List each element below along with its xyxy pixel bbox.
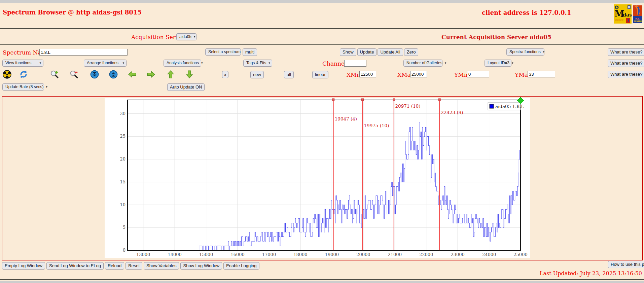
arrow-up-icon[interactable]: [166, 70, 175, 79]
what-are-these-button-2[interactable]: What are these?: [608, 60, 644, 67]
y-tick-label: 10: [120, 202, 126, 207]
svg-text:idas: idas: [621, 12, 632, 17]
enable-logging-button[interactable]: Enable Logging: [223, 262, 259, 270]
how-to-use-button[interactable]: How to use this page: [608, 261, 644, 268]
chevron-down-icon: ▾: [201, 61, 203, 65]
x-button[interactable]: x: [222, 71, 228, 78]
chevron-down-icon: ▾: [512, 61, 513, 65]
x-tick-label: 21000: [388, 252, 402, 257]
view-functions-dropdown[interactable]: View functions ▾: [2, 60, 43, 67]
channel-marker-label: 20971 (10): [395, 103, 421, 109]
what-are-these-button-3[interactable]: What are these?: [608, 71, 644, 78]
histogram-series: [128, 123, 521, 250]
ymax-input[interactable]: [528, 71, 555, 77]
tcl-powered-logo[interactable]: TCL POWERED: [633, 5, 642, 23]
x-tick-label: 13000: [136, 252, 150, 257]
arrow-down-icon[interactable]: [185, 70, 194, 79]
chevron-down-icon: ▾: [39, 61, 41, 65]
tags-fits-dropdown[interactable]: Tags & Fits ▾: [243, 60, 272, 67]
auto-update-button[interactable]: Auto Update ON: [167, 83, 205, 91]
zoom-in-icon[interactable]: [50, 70, 59, 79]
top-frame-strip: [0, 0, 644, 3]
update-all-button[interactable]: Update All: [378, 48, 403, 56]
reload-button[interactable]: Reload: [105, 262, 124, 270]
tcl-logo-icon: TCL POWERED: [633, 5, 642, 23]
linear-button[interactable]: linear: [312, 71, 328, 78]
layout-id-dropdown[interactable]: Layout ID=3 ▾: [485, 60, 511, 67]
reset-button[interactable]: Reset: [126, 262, 142, 270]
chevron-down-icon: ▾: [46, 85, 47, 89]
x-tick-label: 19000: [325, 252, 339, 257]
y-tick-label: 0: [123, 248, 126, 253]
x-tick-label: 22000: [419, 252, 433, 257]
log-controls: Empty Log Window Send Log Window to ELog…: [2, 262, 259, 270]
update-rate-dropdown[interactable]: Update Rate (8 secs) ▾: [2, 83, 44, 91]
arrow-left-icon[interactable]: [128, 70, 137, 79]
xmax-input[interactable]: [410, 71, 427, 77]
spectrum-actions: Show Update Update All Zero: [340, 48, 418, 56]
y-tick-label: 5: [123, 225, 126, 230]
channel-marker-handle: [361, 99, 363, 101]
show-button[interactable]: Show: [340, 48, 356, 56]
expand-vertical-icon[interactable]: [109, 70, 118, 79]
analysis-functions-value: Analysis functions: [167, 61, 199, 65]
current-server-text: Current Acquisition Server aida05: [441, 34, 551, 40]
x-tick-label: 17000: [262, 252, 276, 257]
midas-logo[interactable]: M idas powered by: [614, 4, 632, 24]
layout-id-value: Layout ID=3: [488, 61, 509, 65]
radiation-icon[interactable]: [3, 70, 11, 79]
select-spectrum-value: Select a spectrum: [208, 49, 241, 54]
divider: [0, 279, 644, 280]
collapse-vertical-icon[interactable]: [90, 70, 99, 79]
zoom-out-icon[interactable]: [70, 70, 78, 79]
channel-marker-label: 19975 (10): [364, 123, 389, 128]
channel-marker-handle: [332, 99, 334, 101]
x-tick-label: 18000: [293, 252, 307, 257]
x-tick-label: 20000: [356, 252, 370, 257]
chevron-down-icon: ▾: [194, 35, 195, 38]
ymin-input[interactable]: [467, 71, 489, 77]
x-tick-label: 16000: [230, 252, 244, 257]
show-log-window-button[interactable]: Show Log Window: [180, 262, 222, 270]
x-tick-label: 14000: [168, 252, 181, 257]
spectrum-name-input[interactable]: [39, 49, 128, 56]
channel-marker-handle: [393, 99, 395, 101]
chevron-down-icon: ▾: [445, 61, 446, 65]
spectra-functions-dropdown[interactable]: Spectra functions ▾: [506, 48, 544, 56]
analysis-functions-dropdown[interactable]: Analysis functions ▾: [164, 60, 201, 67]
x-tick-label: 23000: [451, 252, 464, 257]
spectrum-display-panel: 1300014000150001600017000180001900020000…: [2, 96, 643, 260]
divider: [0, 44, 644, 45]
y-tick-label: 25: [120, 134, 126, 139]
galleries-dropdown[interactable]: Number of Galleries ▾: [403, 60, 442, 67]
page-title: Spectrum Browser @ http aidas-gsi 8015: [3, 9, 142, 16]
xmin-input[interactable]: [359, 71, 376, 77]
svg-text:TCL: TCL: [634, 17, 640, 20]
update-rate-value: Update Rate (8 secs): [5, 84, 43, 89]
divider: [0, 28, 644, 29]
arrange-functions-dropdown[interactable]: Arrange functions ▾: [84, 60, 127, 67]
galleries-value: Number of Galleries: [406, 61, 442, 65]
view-functions-value: View functions: [5, 61, 31, 65]
x-tick-label: 24000: [482, 252, 496, 257]
arrow-right-icon[interactable]: [147, 70, 155, 79]
channel-input[interactable]: [344, 60, 366, 67]
all-button[interactable]: all: [284, 71, 294, 78]
what-are-these-button-1[interactable]: What are these?: [608, 48, 644, 56]
update-button[interactable]: Update: [357, 48, 377, 56]
spectrum-chart-area: 1300014000150001600017000180001900020000…: [105, 98, 530, 258]
show-variables-button[interactable]: Show Variables: [144, 262, 179, 270]
zero-button[interactable]: Zero: [404, 48, 419, 56]
last-updated-text: Last Updated: July 23, 2025 13:16:50: [540, 270, 642, 277]
multi-button[interactable]: multi: [243, 48, 257, 56]
channel-marker-label: 19047 (4): [335, 116, 357, 121]
select-spectrum-dropdown[interactable]: Select a spectrum ▾: [205, 48, 241, 56]
spectrum-chart[interactable]: 1300014000150001600017000180001900020000…: [105, 98, 530, 258]
acquisition-server-select[interactable]: aida05 ▾: [176, 33, 196, 40]
empty-log-window-button[interactable]: Empty Log Window: [2, 262, 45, 270]
send-log-to-elog-button[interactable]: Send Log Window to ELog: [46, 262, 104, 270]
new-button[interactable]: new: [250, 71, 264, 78]
refresh-icon[interactable]: [19, 70, 28, 79]
x-tick-label: 15000: [199, 252, 213, 257]
acquisition-server-value: aida05: [179, 34, 191, 39]
